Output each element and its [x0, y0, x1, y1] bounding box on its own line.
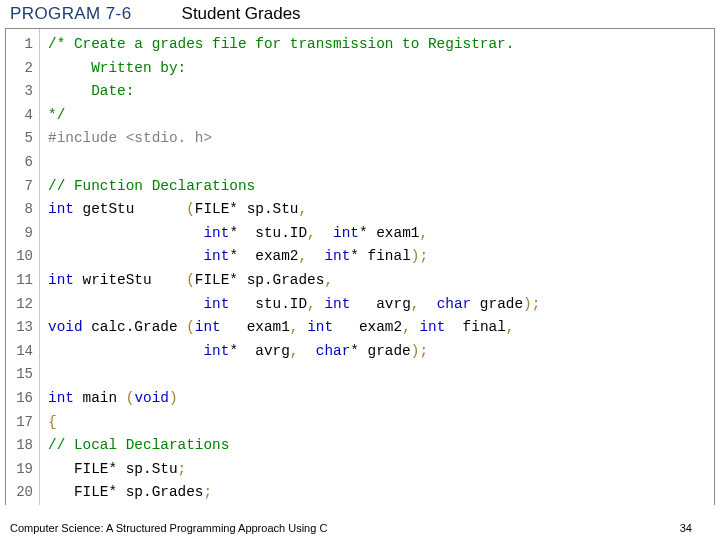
code-line: int main (void) — [48, 387, 540, 411]
line-number: 5 — [6, 127, 33, 151]
code-line: int stu.ID, int avrg, char grade); — [48, 293, 540, 317]
line-number: 18 — [6, 434, 33, 458]
line-number: 10 — [6, 245, 33, 269]
code-line: /* Create a grades file for transmission… — [48, 33, 540, 57]
line-number: 6 — [6, 151, 33, 175]
line-number: 13 — [6, 316, 33, 340]
line-number: 4 — [6, 104, 33, 128]
line-number: 1 — [6, 33, 33, 57]
code-line — [48, 363, 540, 387]
line-number: 12 — [6, 293, 33, 317]
line-number: 14 — [6, 340, 33, 364]
code-line: { — [48, 411, 540, 435]
page-number: 34 — [680, 522, 692, 534]
book-title: Computer Science: A Structured Programmi… — [10, 522, 327, 534]
slide-footer: Computer Science: A Structured Programmi… — [0, 522, 720, 534]
line-number: 19 — [6, 458, 33, 482]
code-line: int writeStu (FILE* sp.Grades, — [48, 269, 540, 293]
code-line: void calc.Grade (int exam1, int exam2, i… — [48, 316, 540, 340]
line-number: 7 — [6, 175, 33, 199]
code-line: // Local Declarations — [48, 434, 540, 458]
code-line — [48, 151, 540, 175]
code-line: int* stu.ID, int* exam1, — [48, 222, 540, 246]
code-line: FILE* sp.Stu; — [48, 458, 540, 482]
code-line: */ — [48, 104, 540, 128]
line-number: 8 — [6, 198, 33, 222]
line-number: 20 — [6, 481, 33, 505]
code-line: FILE* sp.Grades; — [48, 481, 540, 505]
line-number: 15 — [6, 363, 33, 387]
program-title: Student Grades — [182, 4, 301, 24]
line-number: 16 — [6, 387, 33, 411]
line-number: 17 — [6, 411, 33, 435]
code-line: Date: — [48, 80, 540, 104]
code-line: int* exam2, int* final); — [48, 245, 540, 269]
code-line: Written by: — [48, 57, 540, 81]
code-line: int getStu (FILE* sp.Stu, — [48, 198, 540, 222]
code-content: /* Create a grades file for transmission… — [40, 29, 540, 505]
line-number: 11 — [6, 269, 33, 293]
code-listing: 1234567891011121314151617181920 /* Creat… — [5, 28, 715, 505]
line-number: 2 — [6, 57, 33, 81]
line-number-gutter: 1234567891011121314151617181920 — [6, 29, 40, 505]
code-line: // Function Declarations — [48, 175, 540, 199]
code-line: #include <stdio. h> — [48, 127, 540, 151]
program-label: PROGRAM 7-6 — [10, 4, 132, 24]
slide-header: PROGRAM 7-6 Student Grades — [0, 0, 720, 28]
code-line: int* avrg, char* grade); — [48, 340, 540, 364]
line-number: 9 — [6, 222, 33, 246]
line-number: 3 — [6, 80, 33, 104]
